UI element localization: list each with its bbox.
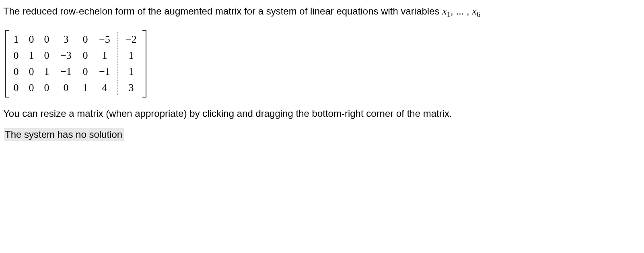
answer-select-area: The system has no solution The system ha…: [3, 128, 641, 141]
matrix-aug-cell: 1: [122, 66, 140, 78]
matrix-cell: 4: [96, 82, 113, 94]
matrix-cell: 0: [27, 66, 36, 78]
matrix-cell: −1: [57, 66, 75, 78]
matrix-aug-cell: 1: [122, 50, 140, 62]
matrix-cell: 1: [96, 50, 113, 62]
bracket-right: [142, 30, 146, 97]
matrix-cell: −3: [57, 50, 75, 62]
matrix-right-grid: −2113: [122, 31, 140, 96]
matrix-cell: 0: [27, 33, 36, 46]
matrix-cell: 0: [80, 33, 90, 46]
question-page: The reduced row-echelon form of the augm…: [0, 0, 644, 141]
matrix-cell: 0: [42, 33, 51, 46]
question-intro: The reduced row-echelon form of the augm…: [3, 4, 641, 19]
bracket-left: [5, 30, 9, 97]
matrix-cell: 0: [80, 66, 90, 78]
var-x1: x1: [442, 5, 451, 17]
matrix-cell: 0: [11, 66, 21, 78]
matrix-cell: 0: [42, 50, 51, 62]
matrix-cell: −5: [96, 33, 113, 46]
matrix-aug-cell: 3: [122, 82, 140, 94]
matrix-cell: 1: [80, 82, 90, 94]
matrix-body: 10030−5010−301001−10−1000014 −2113: [9, 30, 142, 97]
intro-text: The reduced row-echelon form of the augm…: [3, 6, 442, 17]
matrix-cell: 0: [42, 82, 51, 94]
matrix-cell: 0: [11, 50, 21, 62]
intro-middle: , ... ,: [451, 6, 472, 17]
matrix-cell: −1: [96, 66, 113, 78]
augmented-matrix: 10030−5010−301001−10−1000014 −2113: [5, 30, 146, 97]
var-x6: x6: [472, 5, 480, 17]
answer-select-current[interactable]: The system has no solution: [4, 128, 124, 141]
matrix-left-grid: 10030−5010−301001−10−1000014: [11, 31, 113, 96]
matrix-cell: 1: [42, 66, 51, 78]
matrix-cell: 1: [27, 50, 36, 62]
matrix-cell: 0: [27, 82, 36, 94]
matrix-cell: 0: [80, 50, 90, 62]
matrix-cell: 0: [11, 82, 21, 94]
matrix-cell: 1: [11, 33, 21, 46]
matrix-aug-cell: −2: [122, 33, 140, 46]
matrix-cell: 0: [57, 82, 75, 94]
augment-bar: [117, 32, 118, 95]
matrix-cell: 3: [57, 33, 75, 46]
resize-note: You can resize a matrix (when appropriat…: [3, 108, 641, 119]
